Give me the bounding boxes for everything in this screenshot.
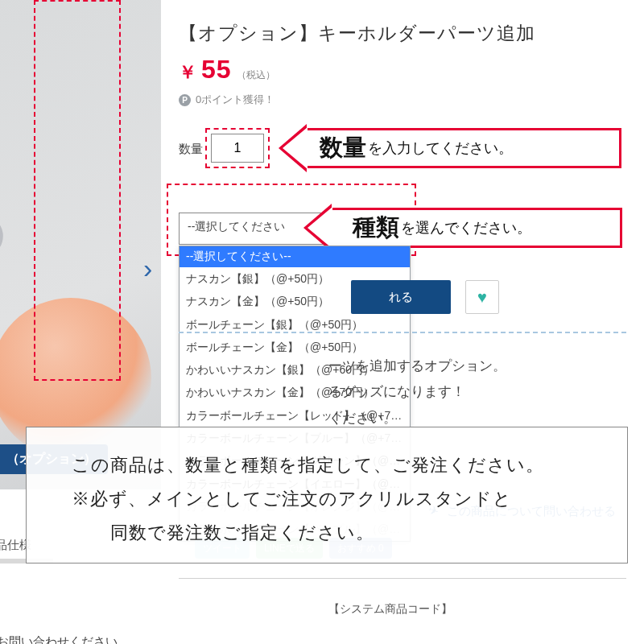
points-line: P 0ポイント獲得！ <box>179 93 275 107</box>
description-block: ーツを追加するオプション。 るグッズになります！ ください。 <box>328 353 506 431</box>
favorite-button[interactable]: ♥ <box>465 280 499 314</box>
tax-note: （税込） <box>237 68 275 82</box>
quantity-input[interactable] <box>211 134 264 163</box>
annotation-quantity: 数量 を入力してください。 <box>304 128 621 168</box>
instruction-line: ※必ず、メインとしてご注文のアクリルスタンドと <box>72 482 600 516</box>
system-code-label: 【システム商品コード】 <box>328 602 452 617</box>
divider-dashed <box>179 332 626 333</box>
annotation-quantity-text: を入力してください。 <box>368 138 513 158</box>
price-value: 55 <box>201 55 232 85</box>
points-icon: P <box>179 94 191 106</box>
instruction-line: この商品は、数量と種類を指定して、ご発注ください。 <box>72 448 600 482</box>
instruction-line: 同数で発注数ご指定ください。 <box>72 516 600 550</box>
image-highlight-box <box>34 0 121 381</box>
currency-symbol: ￥ <box>179 60 196 85</box>
dropdown-selected[interactable]: --選択してください-- <box>180 246 410 267</box>
annotation-kind-text: を選んでください。 <box>401 218 531 237</box>
description-line: ーツを追加するオプション。 <box>328 353 506 379</box>
quantity-label: 数量 <box>179 142 203 157</box>
annotation-kind: 種類 を選んでください。 <box>329 208 622 248</box>
add-to-cart-button[interactable]: れる <box>351 280 451 314</box>
heart-icon: ♥ <box>477 288 487 307</box>
bottom-contact-text: お問い合わせください <box>0 634 118 644</box>
divider <box>179 578 626 579</box>
annotation-kind-big: 種類 <box>353 212 401 244</box>
instruction-overlay: この商品は、数量と種類を指定して、ご発注ください。 ※必ず、メインとしてご注文の… <box>26 427 628 564</box>
next-image-arrow[interactable]: › <box>143 254 152 282</box>
annotation-quantity-big: 数量 <box>320 132 368 164</box>
product-title: 【オプション】キーホルダーパーツ追加 <box>179 21 535 46</box>
points-text: 0ポイント獲得！ <box>196 93 275 107</box>
description-line: るグッズになります！ <box>328 379 506 405</box>
price-line: ￥ 55 （税込） <box>179 55 275 85</box>
keychain-hook-graphic <box>0 209 11 274</box>
